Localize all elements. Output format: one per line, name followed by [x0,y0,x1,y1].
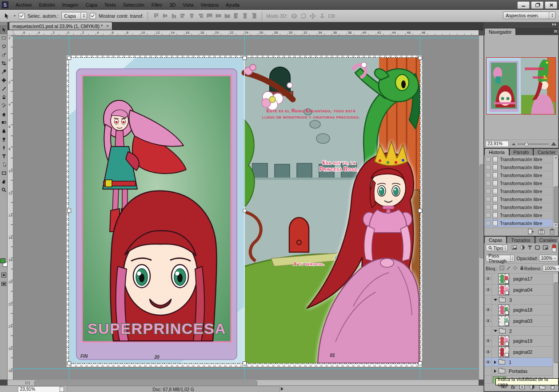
layer-name[interactable]: Portadas [509,368,527,374]
quick-selection-tool[interactable] [0,51,8,59]
tab-caracter[interactable]: Carácter [533,148,559,155]
menu-item-texto[interactable]: Texto [101,0,120,10]
auto-select-checkbox[interactable] [19,13,25,19]
lock-transparency-icon[interactable] [499,265,504,271]
tab-canales[interactable]: Canales [535,236,559,243]
layer-thumbnail[interactable] [499,316,509,326]
menu-item-selecci-n[interactable]: Selección [120,0,148,10]
eraser-tool[interactable] [0,110,8,119]
layer-thumbnail[interactable] [499,347,509,357]
rectangle-tool[interactable] [0,169,8,178]
filter-type-layers-icon[interactable] [527,245,533,251]
fill-field[interactable]: 100% [543,265,559,272]
filter-shape-layers-icon[interactable] [535,245,540,251]
layer-name[interactable]: pagina19 [513,338,532,344]
history-state[interactable]: Transformación libre [484,219,553,227]
filter-pixel-layers-icon[interactable] [511,245,517,251]
guide-horizontal-top[interactable] [13,38,479,38]
layer-name[interactable]: pagina17 [513,276,532,281]
layer-name[interactable]: 3 [509,297,512,303]
scrollbar-thumb[interactable] [554,186,559,223]
clone-stamp-tool[interactable] [0,93,8,102]
align-horizontal-centers-icon[interactable] [188,12,196,20]
opacity-field[interactable]: 100% [539,255,558,261]
blur-tool[interactable] [0,127,8,135]
history-state[interactable]: Transformación libre [484,211,553,219]
layer-visibility-toggle[interactable] [484,367,492,375]
layer-visibility-toggle[interactable] [484,316,492,326]
blend-mode-dropdown[interactable]: Pass Through [486,255,515,262]
transform-handle-bottom-center[interactable] [243,361,247,365]
layer-visibility-toggle[interactable] [484,296,492,304]
menu-item-3d[interactable]: 3D [166,0,179,10]
layer-visibility-toggle[interactable] [484,305,492,315]
group-collapsed-arrow-icon[interactable] [494,369,496,373]
guide-vertical-center[interactable] [244,36,245,58]
tab-capas[interactable]: Capas [484,236,507,243]
history-state[interactable]: Transformación libre [484,187,553,195]
3d-pan-icon[interactable] [309,12,317,20]
quick-mask-button[interactable] [0,271,8,279]
layer-name[interactable]: 2 [509,329,512,334]
layer-row-1[interactable]: 1 [484,358,553,367]
hand-tool[interactable] [0,178,8,186]
layer-name[interactable]: 1 [509,360,511,365]
slider-thumb[interactable] [524,142,529,146]
screen-mode-button[interactable] [0,280,8,288]
move-tool[interactable] [0,26,8,34]
layer-name[interactable]: pagina18 [513,307,532,313]
lock-all-padlock-icon[interactable] [519,265,524,271]
group-collapsed-arrow-icon[interactable] [494,360,496,364]
history-brush-source-well[interactable] [486,221,491,226]
navigator-proxy-view[interactable] [486,57,556,115]
spot-healing-brush-tool[interactable] [0,76,8,85]
horizontal-scrollbar[interactable] [8,380,479,385]
app-logo[interactable]: S [2,1,8,8]
delete-state-trash-icon[interactable] [549,228,555,236]
panel-menu-icon[interactable] [550,28,557,34]
menu-item-imagen[interactable]: Imagen [59,0,82,10]
layer-name[interactable]: pagina04 [513,287,532,293]
distribute-bottom-edges-icon[interactable] [223,12,231,20]
align-right-edges-icon[interactable] [196,12,204,20]
3d-rotate-icon[interactable] [290,12,298,20]
menu-item-edici-n[interactable]: Edición [36,0,59,10]
tab-navegador[interactable]: Navegador [484,28,516,35]
history-brush-source-well[interactable] [486,157,491,162]
transform-handle-top-right[interactable] [418,56,422,60]
layer-thumbnail[interactable] [499,336,509,346]
guide-vertical-right[interactable] [420,36,420,55]
filter-smart-objects-icon[interactable] [543,245,548,251]
minimize-button[interactable] [517,1,530,9]
history-state[interactable]: Transformación libre [484,171,553,179]
layer-row-2[interactable]: 2 [484,327,553,336]
transform-handle-mid-right[interactable] [418,209,422,213]
filter-type-dropdown[interactable]: Tipo [486,245,508,251]
document-tab[interactable]: maquetacion01.psd al 23,9% (1, CMYK/8) *… [9,22,112,30]
collapse-panels-icon[interactable] [551,23,556,26]
history-brush-source-well[interactable] [486,205,491,210]
layer-visibility-toggle[interactable] [484,327,492,335]
toolbar-grip[interactable] [0,22,7,26]
vertical-scrollbar[interactable] [479,36,483,380]
menu-item-vista[interactable]: Vista [179,0,197,10]
layer-visibility-toggle[interactable] [484,273,492,284]
scroll-up-arrow[interactable] [553,155,559,160]
align-top-edges-icon[interactable] [152,12,160,20]
gradient-tool[interactable] [0,119,8,127]
guide-vertical-left[interactable] [69,36,69,55]
history-state[interactable]: Transformación libre [484,179,553,187]
layer-thumbnail[interactable] [499,305,509,315]
history-state[interactable]: Transformación libre [484,195,553,203]
navigator-zoom-slider[interactable] [518,141,549,147]
horizontal-ruler[interactable]: 6420246810121416182022242628303234363840… [13,30,479,36]
vertical-ruler[interactable]: 20246810121416182022242628 [8,36,13,380]
layer-thumbnail[interactable] [499,285,509,295]
transform-handle-bottom-left[interactable] [67,361,71,365]
lock-position-icon[interactable] [513,265,518,271]
history-brush-source-well[interactable] [486,165,491,170]
group-expanded-arrow-icon[interactable] [494,330,497,332]
filtering-toggle[interactable] [552,244,556,252]
distribute-right-edges-icon[interactable] [250,12,258,20]
history-brush-source-well[interactable] [486,189,491,194]
